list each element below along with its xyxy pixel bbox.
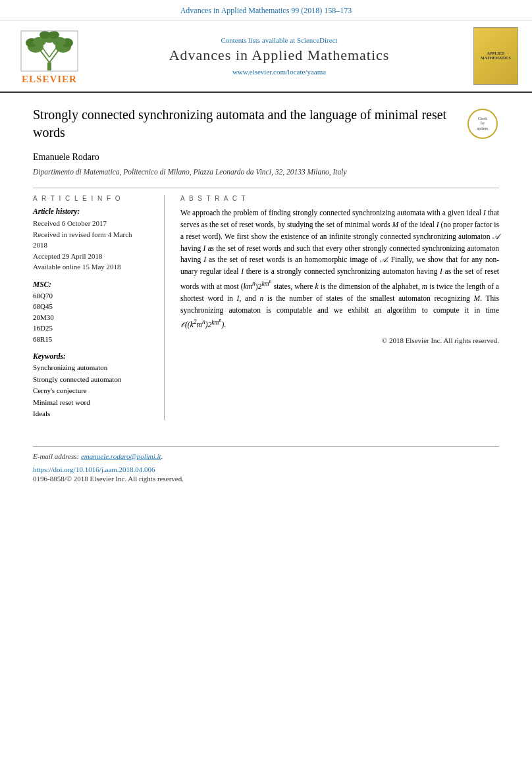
keyword-ideals: Ideals xyxy=(33,408,153,420)
msc-68q45: 68Q45 xyxy=(33,301,153,312)
article-info-heading: A R T I C L E I N F O xyxy=(33,195,153,202)
math-I-4: I xyxy=(203,255,206,263)
math-m: m xyxy=(422,282,427,290)
msc-label: MSC: xyxy=(33,280,153,288)
math-I-1: I xyxy=(483,209,486,217)
check-updates-badge-container: Checkforupdates xyxy=(467,109,499,140)
msc-68q70: 68Q70 xyxy=(33,290,153,302)
footer-section: E-mail address: emanuele.rodaro@polimi.i… xyxy=(33,446,499,483)
math-complexity: 𝒪((k2mn)2kmn) xyxy=(180,321,224,329)
history-accepted: Accepted 29 April 2018 xyxy=(33,251,153,262)
article-title: Strongly connected synchronizing automat… xyxy=(33,106,461,142)
msc-16d25: 16D25 xyxy=(33,323,153,334)
history-revised: Received in revised form 4 March2018 xyxy=(33,229,153,251)
msc-68r15: 68R15 xyxy=(33,334,153,345)
abstract-heading: A B S T R A C T xyxy=(180,195,499,202)
issn-line: 0196-8858/© 2018 Elsevier Inc. All right… xyxy=(33,475,499,483)
affiliation: Dipartimento di Matematica, Politecnico … xyxy=(33,167,499,177)
math-k: k xyxy=(315,282,319,290)
math-km-exp: kmn xyxy=(261,280,271,287)
history-received: Received 6 October 2017 xyxy=(33,218,153,229)
algorithm-word: algorithm xyxy=(387,306,417,314)
keywords-section: Keywords: Synchronizing automaton Strong… xyxy=(33,352,153,420)
math-km: kmn xyxy=(244,282,255,290)
cover-image: APPLIED MATHEMATICS xyxy=(473,27,518,85)
svg-point-13 xyxy=(49,31,59,39)
cover-title-text: APPLIED MATHEMATICS xyxy=(481,51,511,61)
elsevier-tree-icon xyxy=(20,30,79,72)
keyword-cerny: Cerny's conjecture xyxy=(33,385,153,397)
math-n: n xyxy=(259,294,263,302)
journal-header: ELSEVIER Contents lists available at Sci… xyxy=(0,20,532,93)
journal-url[interactable]: www.elsevier.com/locate/yaama xyxy=(232,68,326,76)
article-history-label: Article history: xyxy=(33,207,153,215)
email-link[interactable]: emanuele.rodaro@polimi.it xyxy=(81,452,161,460)
math-I-7: I xyxy=(237,294,240,302)
contents-available-line: Contents lists available at ScienceDirec… xyxy=(221,36,337,44)
article-body: Strongly connected synchronizing automat… xyxy=(0,93,532,502)
math-I-5: I xyxy=(241,267,244,275)
journal-cover-thumbnail: APPLIED MATHEMATICS xyxy=(473,27,519,85)
article-info-column: A R T I C L E I N F O Article history: R… xyxy=(33,195,165,420)
copyright-notice: © 2018 Elsevier Inc. All rights reserved… xyxy=(180,336,499,344)
math-I-2: I xyxy=(437,221,439,228)
email-label: E-mail address: xyxy=(33,452,79,460)
math-I-3: I xyxy=(203,244,205,252)
science-direct-link[interactable]: ScienceDirect xyxy=(297,36,338,44)
author-name: Emanuele Rodaro xyxy=(33,152,499,163)
keywords-label: Keywords: xyxy=(33,352,153,360)
svg-rect-0 xyxy=(47,63,51,70)
keyword-synchronizing: Synchronizing automaton xyxy=(33,362,153,374)
history-online: Available online 15 May 2018 xyxy=(33,261,153,273)
elsevier-brand-text: ELSEVIER xyxy=(22,74,77,85)
contents-prefix: Contents lists available at xyxy=(221,36,295,44)
svg-point-12 xyxy=(40,31,50,39)
section-divider xyxy=(33,188,499,188)
doi-link[interactable]: https://doi.org/10.1016/j.aam.2018.04.00… xyxy=(33,465,155,473)
check-updates-label: Checkforupdates xyxy=(477,117,489,130)
journal-reference-bar: Advances in Applied Mathematics 99 (2018… xyxy=(0,0,532,20)
journal-info-center: Contents lists available at ScienceDirec… xyxy=(96,27,462,85)
abstract-text: We approach the problem of finding stron… xyxy=(180,207,499,331)
check-updates-badge[interactable]: Checkforupdates xyxy=(467,109,498,139)
two-column-section: A R T I C L E I N F O Article history: R… xyxy=(33,195,499,420)
math-script-a: 𝒜 xyxy=(492,232,499,240)
math-M: M xyxy=(392,221,399,228)
math-big-m: M xyxy=(474,294,481,302)
math-I-6: I xyxy=(440,267,442,275)
elsevier-logo-block: ELSEVIER xyxy=(13,27,86,85)
article-title-section: Strongly connected synchronizing automat… xyxy=(33,106,499,142)
doi-line[interactable]: https://doi.org/10.1016/j.aam.2018.04.00… xyxy=(33,465,499,473)
msc-20m30: 20M30 xyxy=(33,312,153,323)
math-script-a-2: 𝒜 xyxy=(380,255,386,263)
keyword-strongly-connected: Strongly connected automaton xyxy=(33,374,153,386)
keyword-minimal-reset: Minimal reset word xyxy=(33,397,153,409)
journal-reference-link[interactable]: Advances in Applied Mathematics 99 (2018… xyxy=(180,6,352,15)
msc-section: MSC: 68Q70 68Q45 20M30 16D25 68R15 xyxy=(33,280,153,345)
abstract-column: A B S T R A C T We approach the problem … xyxy=(180,195,499,420)
journal-title: Advances in Applied Mathematics xyxy=(169,47,390,64)
email-line: E-mail address: emanuele.rodaro@polimi.i… xyxy=(33,452,499,460)
